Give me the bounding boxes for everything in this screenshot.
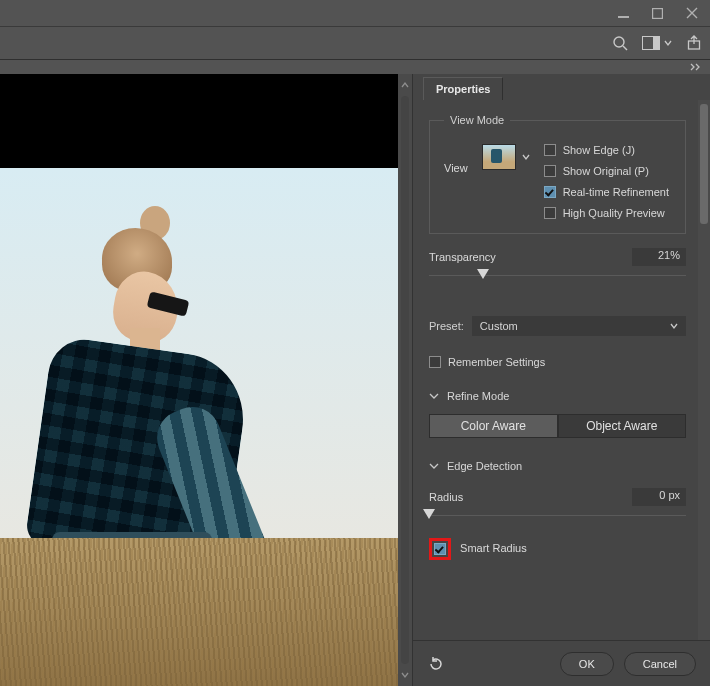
- reset-icon[interactable]: [427, 655, 445, 673]
- checkbox-show-edge[interactable]: Show Edge (J): [544, 144, 669, 156]
- checkbox-label: Show Edge (J): [563, 144, 635, 156]
- cancel-button[interactable]: Cancel: [624, 652, 696, 676]
- section-edge-detection[interactable]: Edge Detection: [429, 460, 686, 472]
- checkbox-smart-radius[interactable]: [434, 543, 446, 555]
- checkbox-remember-settings[interactable]: Remember Settings: [429, 356, 686, 368]
- radius-label: Radius: [429, 491, 463, 503]
- preset-value: Custom: [480, 320, 518, 332]
- properties-panel: Properties View Mode View: [412, 74, 710, 686]
- view-mode-legend: View Mode: [444, 114, 510, 126]
- checkbox-label: Show Original (P): [563, 165, 649, 177]
- workspace-icon: [642, 36, 660, 50]
- highlight-box: [429, 538, 451, 560]
- svg-line-3: [623, 46, 627, 50]
- panel-tabs: Properties: [413, 74, 710, 100]
- checkbox-high-quality-preview[interactable]: High Quality Preview: [544, 207, 669, 219]
- canvas-padding-top: [0, 74, 398, 168]
- section-refine-mode[interactable]: Refine Mode: [429, 390, 686, 402]
- overflow-chevrons-icon[interactable]: [690, 63, 702, 71]
- minimize-button[interactable]: [606, 0, 640, 26]
- workspace-switcher[interactable]: [642, 36, 672, 50]
- canvas-scrollbar[interactable]: [398, 74, 412, 686]
- checkbox-label: High Quality Preview: [563, 207, 665, 219]
- canvas-area: [0, 74, 398, 686]
- svg-rect-1: [652, 8, 662, 18]
- tab-properties[interactable]: Properties: [423, 77, 503, 100]
- view-thumbnail: [482, 144, 516, 170]
- chevron-down-icon: [670, 322, 678, 330]
- window-titlebar: [0, 0, 710, 26]
- preset-label: Preset:: [429, 320, 464, 332]
- transparency-value[interactable]: 21%: [632, 248, 686, 266]
- top-toolbar: [0, 26, 710, 60]
- view-mode-group: View Mode View Show Edge (J): [429, 114, 686, 234]
- transparency-slider[interactable]: [429, 268, 686, 284]
- radius-value[interactable]: 0 px: [632, 488, 686, 506]
- checkbox-show-original[interactable]: Show Original (P): [544, 165, 669, 177]
- svg-rect-0: [618, 16, 629, 18]
- checkbox-label: Real-time Refinement: [563, 186, 669, 198]
- scroll-up-arrow-icon[interactable]: [398, 78, 412, 92]
- svg-point-2: [614, 37, 624, 47]
- ok-button[interactable]: OK: [560, 652, 614, 676]
- seg-object-aware[interactable]: Object Aware: [558, 414, 687, 438]
- chevron-down-icon: [429, 461, 439, 471]
- maximize-button[interactable]: [640, 0, 674, 26]
- close-button[interactable]: [674, 0, 710, 26]
- scroll-down-arrow-icon[interactable]: [398, 668, 412, 682]
- view-label: View: [444, 162, 468, 174]
- refine-mode-toggle: Color Aware Object Aware: [429, 414, 686, 438]
- radius-slider[interactable]: [429, 508, 686, 524]
- seg-color-aware[interactable]: Color Aware: [429, 414, 558, 438]
- refine-mode-label: Refine Mode: [447, 390, 509, 402]
- overflow-row: [0, 60, 710, 74]
- chevron-down-icon: [664, 39, 672, 47]
- checkbox-realtime-refinement[interactable]: Real-time Refinement: [544, 186, 669, 198]
- share-icon[interactable]: [686, 35, 702, 51]
- chevron-down-icon: [429, 391, 439, 401]
- transparency-label: Transparency: [429, 251, 496, 263]
- panel-footer: OK Cancel: [413, 640, 710, 686]
- scroll-track[interactable]: [401, 96, 409, 664]
- document-image[interactable]: [0, 168, 398, 686]
- panel-scrollbar[interactable]: [698, 100, 710, 640]
- svg-rect-5: [653, 37, 659, 49]
- chevron-down-icon: [522, 153, 530, 161]
- view-dropdown[interactable]: [482, 144, 530, 170]
- smart-radius-label: Smart Radius: [460, 542, 527, 554]
- search-icon[interactable]: [612, 35, 628, 51]
- edge-detection-label: Edge Detection: [447, 460, 522, 472]
- panel-scroll-thumb[interactable]: [700, 104, 708, 224]
- preset-select[interactable]: Custom: [472, 316, 686, 336]
- checkbox-label: Remember Settings: [448, 356, 545, 368]
